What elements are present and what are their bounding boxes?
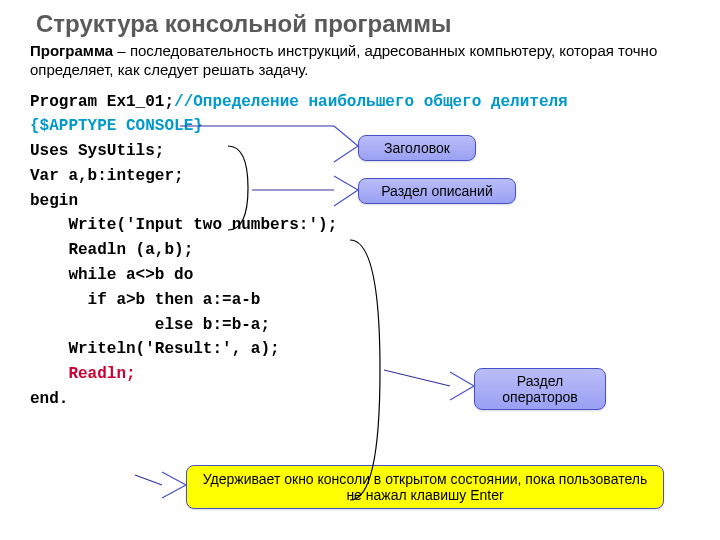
code-line-1a: Program Ex1_01; <box>30 93 174 111</box>
code-line-7: Readln (a,b); <box>30 241 193 259</box>
connector-hold-line <box>135 475 162 485</box>
code-line-10: else b:=b-a; <box>30 316 270 334</box>
slide-title: Структура консольной программы <box>0 0 720 42</box>
code-line-2: {$APPTYPE CONSOLE} <box>30 117 203 135</box>
code-comment: //Определение наибольшего общего делител… <box>174 93 568 111</box>
callout-hold-note: Удерживает окно консоли в открытом состо… <box>186 465 664 509</box>
code-line-12: Readln; <box>30 365 136 383</box>
code-line-8: while a<>b do <box>30 266 193 284</box>
callout-operators: Раздел операторов <box>474 368 606 410</box>
definition-text: – последовательность инструкций, адресов… <box>30 42 657 78</box>
callout-declarations: Раздел описаний <box>358 178 516 204</box>
definition-paragraph: Программа – последовательность инструкци… <box>0 42 720 90</box>
code-line-6: Write('Input two numbers:'); <box>30 216 337 234</box>
code-line-9: if a>b then a:=a-b <box>30 291 260 309</box>
code-line-4: Var a,b:integer; <box>30 167 184 185</box>
arrow-tail-hold <box>162 472 186 498</box>
code-line-11: Writeln('Result:', a); <box>30 340 280 358</box>
callout-header: Заголовок <box>358 135 476 161</box>
definition-term: Программа <box>30 42 113 59</box>
code-line-5: begin <box>30 192 78 210</box>
code-line-3: Uses SysUtils; <box>30 142 164 160</box>
code-line-13: end. <box>30 390 68 408</box>
